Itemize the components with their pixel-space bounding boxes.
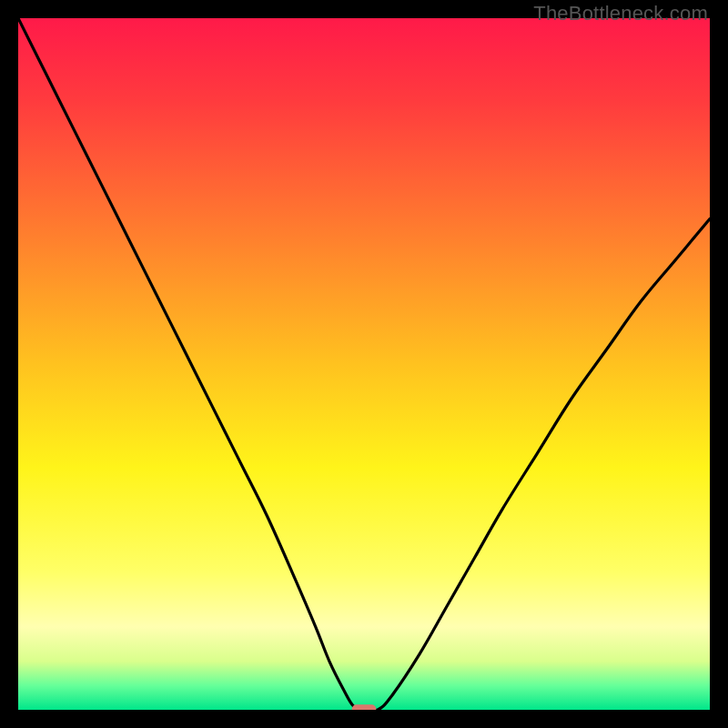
chart-container <box>18 18 710 710</box>
watermark-text: TheBottleneck.com <box>533 2 708 25</box>
optimal-marker <box>352 704 377 710</box>
bottleneck-chart <box>18 18 710 710</box>
gradient-background <box>18 18 710 710</box>
